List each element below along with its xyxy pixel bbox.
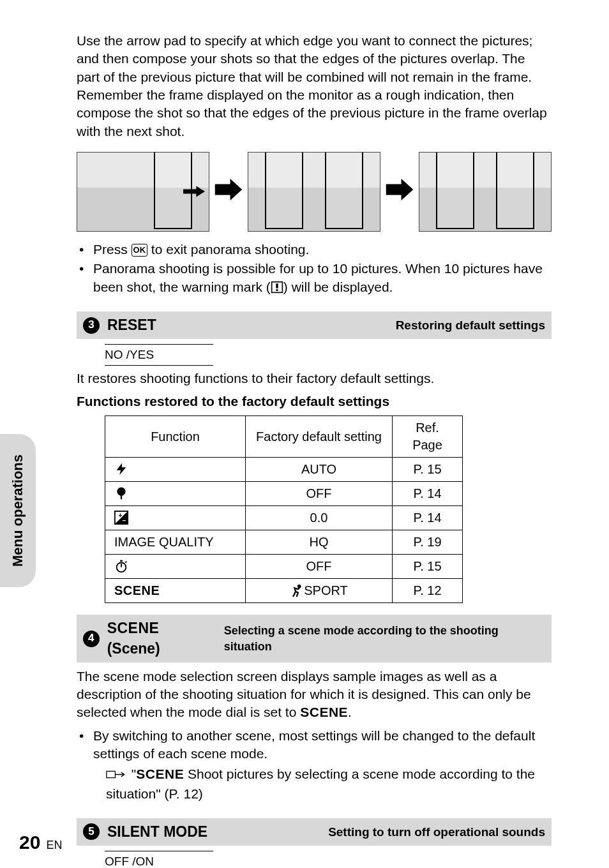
panorama-notes: Press OK to exit panorama shooting. Pano… [77,241,552,296]
sport-icon [290,583,304,597]
scene-notes: By switching to another scene, most sett… [77,727,552,803]
section-number-icon: 4 [83,631,100,647]
flash-icon [114,462,128,476]
section-title: SILENT MODE [107,822,207,842]
table-row: IMAGE QUALITY HQ P. 19 [105,530,463,555]
section-silent-header: 5 SILENT MODE Setting to turn off operat… [77,818,552,846]
svg-marker-2 [386,179,414,200]
scene-label: SCENE [105,579,246,603]
svg-text:−: − [123,518,126,525]
svg-line-14 [125,562,126,563]
factory-defaults-table: Function Factory default setting Ref. Pa… [105,415,463,603]
page-lang: EN [46,839,62,851]
ok-icon: OK [132,244,148,257]
warning-icon [271,280,283,293]
svg-text:+: + [118,512,122,519]
table-row: SCENE SPORT P. 12 [105,579,463,603]
scene-note: By switching to another scene, most sett… [77,727,552,803]
macro-icon [114,486,128,500]
table-header: Factory default setting [246,416,393,458]
section-subtitle: Selecting a scene mode according to the … [224,623,545,654]
svg-rect-4 [276,283,278,288]
scene-paragraph: The scene mode selection screen displays… [77,668,552,722]
reset-subhead: Functions restored to the factory defaul… [77,393,552,410]
svg-marker-0 [183,186,205,197]
side-tab-label: Menu operations [8,454,27,567]
scene-ref: "SCENE Shoot pictures by selecting a sce… [106,767,535,800]
arrow-right-icon [214,179,243,205]
table-header: Ref. Page [393,416,463,458]
silent-options: OFF /ON [105,851,213,868]
section-reset-header: 3 RESET Restoring default settings [77,311,552,339]
self-timer-icon [114,559,128,573]
section-title: SCENE (Scene) [107,618,215,658]
table-row: OFF P. 14 [105,482,463,506]
section-subtitle: Setting to turn off operational sounds [328,824,545,841]
reset-description: It restores shooting functions to their … [77,370,552,387]
pano-frame-1 [77,152,209,232]
exposure-comp-icon: +− [114,511,128,525]
intro-paragraph: Use the arrow pad to specify at which ed… [77,32,552,140]
svg-rect-16 [107,772,116,778]
section-number-icon: 3 [83,317,100,334]
side-tab: Menu operations [0,434,36,587]
section-number-icon: 5 [83,823,100,840]
page-number: 20 [19,832,40,853]
panorama-illustration [77,152,552,232]
note-exit: Press OK to exit panorama shooting. [77,241,552,258]
table-row: +− 0.0 P. 14 [105,506,463,530]
section-subtitle: Restoring default settings [396,317,545,334]
table-row: AUTO P. 15 [105,458,463,482]
pano-frame-2 [248,152,380,232]
section-title: RESET [107,315,156,335]
table-row: OFF P. 15 [105,555,463,579]
arrow-right-icon [386,179,414,205]
svg-marker-1 [215,179,243,200]
reset-options: NO /YES [105,344,213,366]
svg-rect-5 [276,289,278,291]
note-limit: Panorama shooting is possible for up to … [77,260,552,296]
table-header: Function [105,416,246,458]
page-footer: 20 EN [19,830,62,856]
pano-frame-3 [419,152,552,232]
pointing-hand-icon [106,767,128,784]
section-scene-header: 4 SCENE (Scene) Selecting a scene mode a… [77,615,552,662]
svg-marker-6 [117,463,126,475]
